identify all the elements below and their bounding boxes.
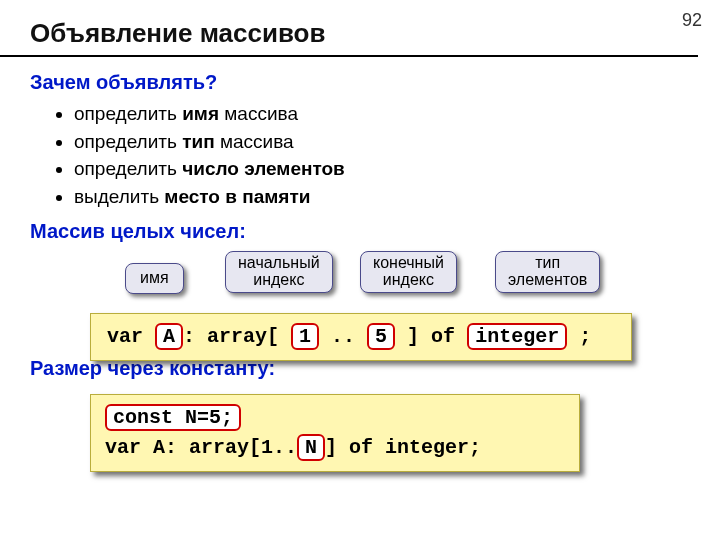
code-text: : array[	[183, 325, 279, 348]
subhead-intarray: Массив целых чисел:	[30, 220, 720, 243]
text: массива	[219, 103, 298, 124]
text: индекс	[383, 271, 434, 288]
code-const-decl: const N=5; var A: array[1..N] of integer…	[90, 394, 580, 472]
code-highlight-start: 1	[291, 323, 319, 350]
code-text: var A: array[1..	[105, 436, 297, 459]
text-bold: число элементов	[182, 158, 345, 179]
code-text: ] of	[395, 325, 467, 348]
code-highlight-end: 5	[367, 323, 395, 350]
text: определить	[74, 131, 182, 152]
list-item: выделить место в памяти	[74, 183, 720, 211]
list-item: определить имя массива	[74, 100, 720, 128]
pill-end-index: конечный индекс	[360, 251, 457, 293]
code-text: ;	[567, 325, 591, 348]
why-list: определить имя массива определить тип ма…	[30, 100, 720, 210]
code-text: var	[107, 325, 155, 348]
pill-start-index: начальный индекс	[225, 251, 333, 293]
text: выделить	[74, 186, 164, 207]
page-title: Объявление массивов	[0, 0, 698, 57]
code-text: ] of integer;	[325, 436, 481, 459]
page-number: 92	[682, 10, 702, 31]
list-item: определить число элементов	[74, 155, 720, 183]
pill-name: имя	[125, 263, 184, 294]
text-bold: тип	[182, 131, 214, 152]
code-highlight-const: const N=5;	[105, 404, 241, 431]
list-item: определить тип массива	[74, 128, 720, 156]
code-highlight-name: A	[155, 323, 183, 350]
text: элементов	[508, 271, 587, 288]
code-text: ..	[319, 325, 367, 348]
subhead-why: Зачем объявлять?	[30, 71, 720, 94]
pill-type: тип элементов	[495, 251, 600, 293]
code-highlight-type: integer	[467, 323, 567, 350]
text: начальный	[238, 254, 320, 271]
code-highlight-n: N	[297, 434, 325, 461]
text: индекс	[253, 271, 304, 288]
text-bold: место в памяти	[164, 186, 310, 207]
text: массива	[215, 131, 294, 152]
text: конечный	[373, 254, 444, 271]
labels-row: имя начальный индекс конечный индекс тип…	[30, 249, 720, 307]
text: тип	[535, 254, 560, 271]
text: определить	[74, 158, 182, 179]
text: определить	[74, 103, 182, 124]
code-array-decl: var A: array[ 1 .. 5 ] of integer ;	[90, 313, 632, 361]
text-bold: имя	[182, 103, 219, 124]
